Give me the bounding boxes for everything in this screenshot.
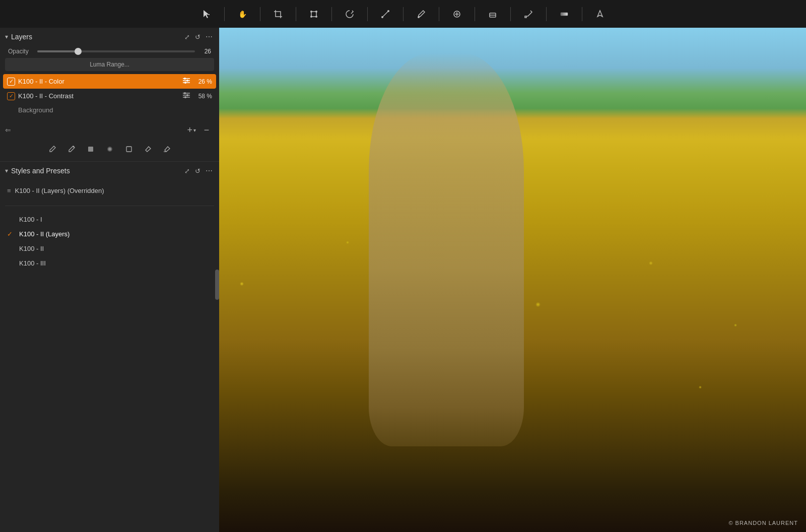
svg-point-12 xyxy=(381,16,383,18)
layers-title: Layers xyxy=(11,33,180,41)
styles-title: Styles and Presets xyxy=(11,167,180,175)
layer-erase-btn[interactable] xyxy=(141,142,156,156)
preset-item-k100-ii[interactable]: K100 - II xyxy=(5,241,214,256)
layer-row-color[interactable]: ✓ K100 - II - Color 26 % xyxy=(3,74,216,89)
svg-rect-20 xyxy=(561,13,568,16)
toolbar-separator-8 xyxy=(475,7,475,21)
layer-name-background: Background xyxy=(18,106,53,114)
toolbar-separator-5 xyxy=(367,7,368,21)
layer-percent-color: 26 % xyxy=(194,78,212,85)
layer-brush-tool-btn[interactable] xyxy=(45,142,60,156)
layer-row-background[interactable]: Background xyxy=(3,103,216,117)
layer-remove-button[interactable]: − xyxy=(199,123,214,137)
gradient-tool-button[interactable] xyxy=(553,5,576,23)
styles-more-icon[interactable]: ⋯ xyxy=(205,166,214,176)
svg-point-32 xyxy=(184,96,186,98)
opacity-label: Opacity xyxy=(8,48,33,55)
layer-add-dropdown-icon[interactable]: ▾ xyxy=(193,127,196,133)
svg-point-26 xyxy=(184,82,186,84)
layers-section: ▾ Layers ⤢ ↺ ⋯ Opacity 26 Luma Range... … xyxy=(0,28,219,161)
styles-collapse-icon[interactable]: ▾ xyxy=(5,167,8,174)
svg-point-13 xyxy=(387,10,389,12)
preset-item-k100-ii-layers[interactable]: ✓ K100 - II (Layers) xyxy=(5,227,214,241)
layer-bottom-toolbar: ⇐ + ▾ − xyxy=(0,120,219,140)
svg-rect-34 xyxy=(88,147,93,152)
luma-range-button[interactable]: Luma Range... xyxy=(5,58,214,71)
toolbar-separator-3 xyxy=(296,7,296,21)
layer-left-arrow-icon[interactable]: ⇐ xyxy=(5,126,11,134)
heal-tool-button[interactable] xyxy=(338,5,361,23)
styles-header-icons: ⤢ ↺ ⋯ xyxy=(183,166,214,176)
toolbar-separator-7 xyxy=(439,7,439,21)
svg-line-11 xyxy=(382,11,388,17)
styles-list: ≡ K100 - II (Layers) (Overridden) xyxy=(0,180,219,202)
layer-list: ✓ K100 - II - Color 26 % ✓ K xyxy=(0,74,219,117)
layer-adjust-icon-contrast xyxy=(182,92,191,100)
svg-point-14 xyxy=(418,16,420,18)
styles-expand-icon[interactable]: ⤢ xyxy=(183,166,191,176)
toolbar-separator-11 xyxy=(582,7,582,21)
preset-name-k100-ii: K100 - II xyxy=(19,245,44,252)
layer-row-contrast[interactable]: ✓ K100 - II - Contrast 58 % xyxy=(3,89,216,103)
layer-flow-btn[interactable] xyxy=(160,142,175,156)
opacity-slider[interactable] xyxy=(37,50,195,52)
layer-radial-tool-btn[interactable] xyxy=(64,142,79,156)
svg-point-36 xyxy=(108,148,111,151)
transform-tool-button[interactable] xyxy=(302,5,325,23)
layers-reset-icon[interactable]: ↺ xyxy=(194,32,202,42)
toolbar-separator-2 xyxy=(260,7,260,21)
layer-checkbox-contrast[interactable]: ✓ xyxy=(7,92,15,100)
preset-item-k100-iii[interactable]: K100 - III xyxy=(5,256,214,271)
preset-name-k100-ii-layers: K100 - II (Layers) xyxy=(19,230,70,238)
styles-reset-icon[interactable]: ↺ xyxy=(194,166,202,176)
crop-tool-button[interactable] xyxy=(266,5,290,23)
style-item-k100-ii[interactable]: ≡ K100 - II (Layers) (Overridden) xyxy=(5,183,214,198)
layer-clear-btn[interactable] xyxy=(121,142,137,156)
layer-checkbox-color[interactable]: ✓ xyxy=(7,78,15,86)
layers-collapse-icon[interactable]: ▾ xyxy=(5,33,8,40)
layer-percent-contrast: 58 % xyxy=(194,93,212,100)
layer-add-button[interactable]: + ▾ xyxy=(185,125,198,136)
layer-blur-btn[interactable] xyxy=(102,142,117,156)
erase-tool-button[interactable] xyxy=(481,5,504,23)
styles-section-header[interactable]: ▾ Styles and Presets ⤢ ↺ ⋯ xyxy=(0,162,219,180)
opacity-slider-thumb[interactable] xyxy=(75,48,82,55)
svg-point-33 xyxy=(73,146,74,148)
layer-mask-btn[interactable] xyxy=(83,142,98,156)
pan-tool-button[interactable]: ✋ xyxy=(231,5,254,23)
opacity-value: 26 xyxy=(199,48,211,55)
toolbar-separator-1 xyxy=(224,7,225,21)
left-panel: ▾ Layers ⤢ ↺ ⋯ Opacity 26 Luma Range... … xyxy=(0,28,219,532)
tool-group-select xyxy=(195,5,218,23)
layers-more-icon[interactable]: ⋯ xyxy=(205,32,214,42)
panel-scrollbar[interactable] xyxy=(215,270,219,300)
preset-name-k100-i: K100 - I xyxy=(19,216,42,223)
style-name: K100 - II (Layers) (Overridden) xyxy=(15,187,104,194)
layer-add-icon: + xyxy=(187,125,192,136)
svg-rect-6 xyxy=(311,12,316,17)
line-tool-button[interactable] xyxy=(374,5,397,23)
styles-section: ▾ Styles and Presets ⤢ ↺ ⋯ ≡ K100 - II (… xyxy=(0,162,219,273)
svg-point-24 xyxy=(184,78,186,80)
layer-icons-row xyxy=(0,140,219,161)
layer-remove-icon: − xyxy=(204,125,210,136)
opacity-row: Opacity 26 xyxy=(0,46,219,57)
svg-point-7 xyxy=(310,11,312,13)
svg-point-30 xyxy=(184,92,186,94)
svg-point-25 xyxy=(186,80,188,82)
brush-tool-button[interactable] xyxy=(410,5,433,23)
layers-header-icons: ⤢ ↺ ⋯ xyxy=(183,32,214,42)
eyedropper-tool-button[interactable] xyxy=(517,5,540,23)
svg-rect-1 xyxy=(276,12,281,17)
toolbar-separator-9 xyxy=(510,7,511,21)
select-tool-button[interactable] xyxy=(195,5,218,23)
layers-section-header[interactable]: ▾ Layers ⤢ ↺ ⋯ xyxy=(0,28,219,46)
photo-copyright: © BRANDON LAURENT xyxy=(728,520,798,526)
toolbar-separator-10 xyxy=(546,7,547,21)
preset-check-k100-ii-layers: ✓ xyxy=(7,230,15,238)
pen-tool-button[interactable] xyxy=(588,5,612,23)
layer-adjust-icon-color xyxy=(182,77,191,86)
clone-tool-button[interactable] xyxy=(445,5,468,23)
preset-item-k100-i[interactable]: K100 - I xyxy=(5,212,214,227)
layers-expand-icon[interactable]: ⤢ xyxy=(183,32,191,42)
